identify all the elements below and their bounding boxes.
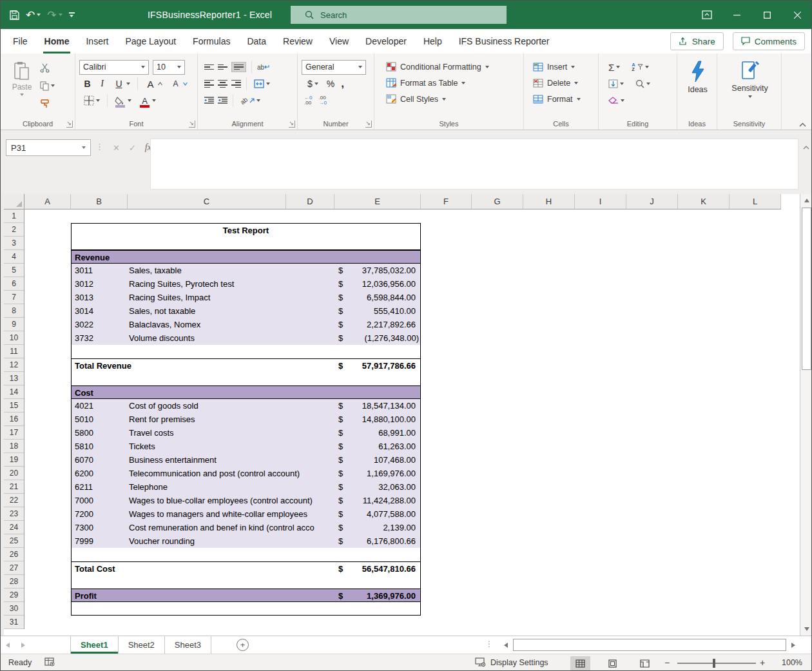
currency-cell[interactable]: $ bbox=[338, 428, 343, 438]
amount-cell[interactable]: 56,547,810.66 bbox=[362, 564, 416, 574]
revenue-row[interactable]: 3011Sales, taxable$37,785,032.00 bbox=[71, 264, 421, 277]
revenue-row[interactable]: 3014Sales, not taxable$555,410.00 bbox=[71, 304, 421, 318]
currency-cell[interactable]: $ bbox=[338, 293, 343, 302]
cost-row[interactable]: 6200Telecommunication and post (control … bbox=[71, 467, 421, 480]
amount-cell[interactable]: 14,880,100.00 bbox=[362, 414, 416, 424]
account-code-cell[interactable]: 5800 bbox=[75, 428, 93, 438]
currency-cell[interactable]: $ bbox=[338, 266, 343, 275]
amount-cell[interactable]: 1,369,976.00 bbox=[367, 591, 416, 601]
insert-cells-button[interactable]: Insert bbox=[530, 59, 595, 75]
amount-cell[interactable]: 4,077,588.00 bbox=[367, 509, 416, 519]
row-header-3[interactable]: 3 bbox=[4, 237, 24, 250]
account-desc-cell[interactable]: Racing Suites, Pyrotech test bbox=[129, 279, 331, 289]
account-desc-cell[interactable]: Telephone bbox=[129, 482, 331, 492]
amount-cell[interactable]: 18,547,134.00 bbox=[362, 401, 416, 411]
row-header-1[interactable]: 1 bbox=[4, 209, 24, 223]
increase-decimal-button[interactable]: ←0.00 bbox=[304, 95, 312, 106]
currency-cell[interactable]: $ bbox=[338, 320, 343, 329]
row-header-12[interactable]: 12 bbox=[4, 358, 24, 372]
orientation-button[interactable]: ab bbox=[238, 93, 262, 108]
top-align-button[interactable] bbox=[204, 64, 214, 70]
undo-dropdown-icon[interactable] bbox=[37, 14, 41, 16]
revenue-row[interactable]: 3022Balaclavas, Nomex$2,217,892.66 bbox=[71, 318, 421, 331]
currency-cell[interactable]: $ bbox=[338, 455, 343, 465]
row-header-8[interactable]: 8 bbox=[4, 304, 24, 318]
number-dialog-launcher-icon[interactable]: ↘ bbox=[365, 121, 372, 128]
currency-cell[interactable]: $ bbox=[338, 496, 343, 505]
page-layout-view-button[interactable] bbox=[603, 656, 623, 670]
row-header-13[interactable]: 13 bbox=[4, 372, 24, 385]
amount-cell[interactable]: 107,468.00 bbox=[374, 455, 416, 465]
clipboard-dialog-launcher-icon[interactable]: ↘ bbox=[66, 121, 73, 128]
decrease-indent-button[interactable] bbox=[204, 97, 214, 104]
row-header-16[interactable]: 16 bbox=[4, 413, 24, 426]
account-desc-cell[interactable]: Cost remuneration and benef in kind (con… bbox=[129, 523, 331, 532]
display-settings-button[interactable]: Display Settings bbox=[475, 657, 548, 667]
bottom-align-button[interactable] bbox=[231, 62, 246, 73]
scroll-down-icon[interactable] bbox=[800, 623, 812, 636]
account-desc-cell[interactable]: Rent for premises bbox=[129, 414, 331, 424]
currency-cell[interactable]: $ bbox=[338, 469, 343, 478]
decrease-font-size-button[interactable]: A bbox=[168, 76, 189, 92]
column-header-C[interactable]: C bbox=[128, 194, 286, 209]
borders-button[interactable] bbox=[82, 93, 102, 108]
row-header-19[interactable]: 19 bbox=[4, 453, 24, 467]
font-dialog-launcher-icon[interactable]: ↘ bbox=[189, 121, 195, 128]
close-button[interactable] bbox=[782, 1, 812, 29]
increase-font-size-button[interactable]: A bbox=[143, 76, 164, 92]
maximize-button[interactable] bbox=[752, 1, 782, 29]
clear-button[interactable] bbox=[606, 93, 626, 108]
bold-button[interactable]: B bbox=[82, 79, 93, 89]
formula-bar-collapse-icon[interactable] bbox=[803, 146, 809, 150]
row-header-6[interactable]: 6 bbox=[4, 277, 24, 291]
cost-row[interactable]: 7300Cost remuneration and benef in kind … bbox=[71, 521, 421, 534]
row-header-26[interactable]: 26 bbox=[4, 548, 24, 561]
currency-cell[interactable]: $ bbox=[338, 401, 343, 411]
profit-row[interactable]: Profit$1,369,976.00 bbox=[71, 588, 421, 602]
fill-color-button[interactable] bbox=[113, 93, 133, 108]
horizontal-scrollbar-thumb[interactable] bbox=[513, 639, 786, 651]
blank-row[interactable] bbox=[71, 602, 421, 616]
amount-cell[interactable]: 37,785,032.00 bbox=[362, 266, 416, 275]
account-code-cell[interactable]: 6211 bbox=[75, 482, 93, 492]
column-header-B[interactable]: B bbox=[71, 194, 128, 209]
zoom-slider-track[interactable] bbox=[677, 663, 756, 664]
account-code-cell[interactable]: 3011 bbox=[75, 266, 93, 275]
font-size-combo[interactable]: 10 bbox=[153, 60, 185, 75]
row-header-22[interactable]: 22 bbox=[4, 494, 24, 507]
next-sheet-icon[interactable] bbox=[21, 643, 25, 648]
cost-row[interactable]: 7999Voucher rounding$6,176,800.66 bbox=[71, 534, 421, 548]
currency-cell[interactable]: $ bbox=[338, 523, 343, 532]
format-as-table-button[interactable]: Format as Table bbox=[383, 75, 521, 91]
sheet-tab-sheet3[interactable]: Sheet3 bbox=[165, 636, 211, 654]
account-code-cell[interactable]: 5810 bbox=[75, 442, 93, 451]
autosum-button[interactable]: Σ bbox=[606, 59, 622, 75]
row-header-29[interactable]: 29 bbox=[4, 588, 24, 602]
cancel-icon[interactable]: ✕ bbox=[113, 143, 120, 153]
new-sheet-button[interactable]: + bbox=[237, 639, 249, 651]
account-code-cell[interactable]: 7200 bbox=[75, 509, 93, 519]
account-code-cell[interactable]: 5010 bbox=[75, 414, 93, 424]
ribbon-tab-formulas[interactable]: Formulas bbox=[184, 29, 238, 53]
amount-cell[interactable]: (1,276,348.00) bbox=[364, 333, 419, 343]
account-code-cell[interactable]: 7000 bbox=[75, 496, 93, 505]
account-code-cell[interactable]: 3013 bbox=[75, 293, 93, 302]
increase-indent-button[interactable] bbox=[218, 97, 227, 104]
zoom-in-button[interactable]: + bbox=[760, 657, 765, 668]
profit-label-cell[interactable]: Profit bbox=[75, 591, 97, 601]
row-header-5[interactable]: 5 bbox=[4, 264, 24, 277]
row-header-31[interactable]: 31 bbox=[4, 616, 24, 629]
search-box[interactable]: Search bbox=[291, 6, 507, 24]
number-format-combo[interactable]: General bbox=[302, 60, 366, 75]
ribbon-tab-page-layout[interactable]: Page Layout bbox=[117, 29, 184, 53]
amount-cell[interactable]: 68,991.00 bbox=[378, 428, 416, 438]
row-header-18[interactable]: 18 bbox=[4, 440, 24, 453]
ribbon-display-options-icon[interactable] bbox=[691, 1, 722, 29]
total-label-cell[interactable]: Total Cost bbox=[75, 564, 115, 574]
account-desc-cell[interactable]: Balaclavas, Nomex bbox=[129, 320, 331, 329]
total-cost-row[interactable]: Total Cost$56,547,810.66 bbox=[71, 561, 421, 575]
row-header-20[interactable]: 20 bbox=[4, 467, 24, 480]
share-button[interactable]: Share bbox=[670, 32, 724, 50]
ribbon-tab-file[interactable]: File bbox=[5, 29, 36, 53]
middle-align-button[interactable] bbox=[218, 64, 227, 70]
